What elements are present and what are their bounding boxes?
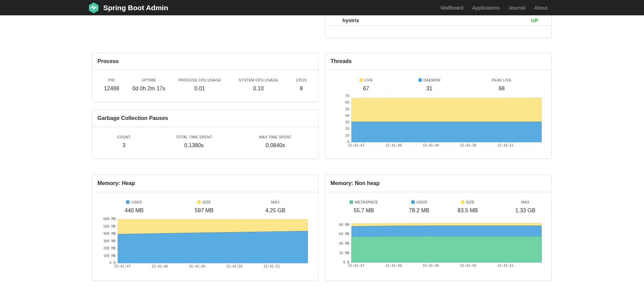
metric-label: TOTAL TIME SPENT — [156, 135, 232, 139]
metric-label: PID — [92, 78, 131, 82]
metric-uptime: UPTIME 0d 0h 2m 17s — [131, 78, 167, 92]
application-name[interactable]: hystrix — [342, 17, 359, 23]
heap-legend: USED 440 MB SIZE 597 MB MAX 4.25 GB — [92, 192, 318, 214]
y-axis-label: 500 MB — [103, 225, 116, 228]
application-row[interactable]: hystrix UP — [325, 15, 551, 26]
x-axis-label: 15:41:51 — [497, 264, 513, 268]
x-axis-label: 15:41:47 — [348, 264, 364, 268]
y-axis-label: 60 — [345, 101, 349, 104]
metric-value: 3 — [92, 142, 156, 149]
legend-item-live: LIVE 67 — [325, 78, 407, 92]
process-panel-title: Process — [97, 58, 119, 64]
legend-swatch — [418, 78, 422, 82]
legend-label: PEAK LIVE — [492, 78, 511, 82]
legend-swatch — [461, 200, 464, 204]
nav-link-journal[interactable]: Journal — [504, 5, 530, 11]
nav-link-wallboard[interactable]: Wallboard — [436, 5, 468, 11]
legend-label: METASPACE — [355, 200, 378, 204]
y-axis-label: 40 MB — [339, 242, 349, 245]
legend-item-max: MAX 1.33 GB — [499, 200, 551, 214]
legend-label: DAEMON — [424, 78, 440, 82]
legend-swatch — [126, 200, 129, 204]
y-axis-label: 400 MB — [103, 232, 116, 235]
legend-value: 78.2 MB — [402, 208, 436, 214]
y-axis-label: 70 — [345, 94, 349, 98]
metric-label: CPUS — [285, 78, 318, 82]
y-axis-label: 0 B — [343, 260, 349, 264]
nav-link-about[interactable]: About — [530, 5, 552, 11]
legend-value: 440 MB — [92, 208, 176, 214]
metric-gc-total-time: TOTAL TIME SPENT 0.1380s — [156, 135, 232, 149]
y-axis-label: 100 MB — [103, 254, 116, 258]
legend-item-daemon: DAEMON 31 — [407, 78, 452, 92]
area-series-daemon — [352, 122, 541, 142]
y-axis-label: 300 MB — [103, 239, 116, 243]
threads-panel-title: Threads — [331, 58, 352, 64]
nonheap-legend: METASPACE 55.7 MB USED 78.2 MB SIZE 83.5… — [325, 192, 551, 214]
metric-value: 0.10 — [232, 86, 284, 92]
x-axis-label: 15:41:50 — [460, 143, 476, 147]
threads-legend: LIVE 67 DAEMON 31 PEAK LIVE 68 — [325, 70, 551, 92]
legend-label: MAX — [271, 200, 279, 204]
metric-label: SYSTEM CPU USAGE — [232, 78, 284, 82]
nav-link-applications[interactable]: Applications — [468, 5, 504, 11]
y-axis-label: 600 MB — [103, 217, 116, 221]
metric-label: COUNT — [92, 135, 156, 139]
area-series-used — [352, 226, 541, 262]
navbar: Spring Boot Admin Wallboard Applications… — [0, 0, 644, 15]
brand[interactable]: Spring Boot Admin — [88, 2, 168, 14]
metric-pid: PID 12488 — [92, 78, 131, 92]
legend-label: MAX — [521, 200, 529, 204]
y-axis-label: 60 MB — [339, 232, 349, 236]
metric-value: 8 — [285, 86, 318, 92]
x-axis-label: 15:41:48 — [152, 264, 168, 268]
status-badge: UP — [531, 17, 538, 23]
nonheap-panel-heading: Memory: Non heap — [325, 175, 551, 192]
y-axis-label: 0 — [347, 140, 349, 144]
legend-label: SIZE — [202, 200, 211, 204]
gc-panel-title: Garbage Collection Pauses — [97, 115, 168, 121]
y-axis-label: 20 — [345, 127, 349, 131]
gc-panel: Garbage Collection Pauses COUNT 3 TOTAL … — [92, 109, 319, 159]
legend-value: 597 MB — [176, 208, 232, 214]
nonheap-panel: Memory: Non heap METASPACE 55.7 MB USED … — [325, 174, 552, 281]
brand-title: Spring Boot Admin — [103, 4, 168, 12]
threads-panel: Threads LIVE 67 DAEMON 31 PEAK LIVE — [325, 52, 552, 159]
process-metrics: PID 12488 UPTIME 0d 0h 2m 17s PROCESS CP… — [92, 70, 318, 92]
x-axis-label: 15:41:50 — [226, 264, 243, 268]
process-panel-heading: Process — [92, 53, 318, 70]
x-axis-label: 15:41:48 — [385, 264, 402, 268]
metric-label: PROCESS CPU USAGE — [167, 78, 232, 82]
spring-boot-admin-logo-icon — [88, 2, 99, 14]
gc-metrics: COUNT 3 TOTAL TIME SPENT 0.1380s MAX TIM… — [92, 127, 318, 149]
x-axis-label: 15:41:48 — [385, 143, 402, 147]
legend-swatch — [350, 200, 353, 204]
legend-value: 4.25 GB — [232, 208, 318, 214]
gc-panel-heading: Garbage Collection Pauses — [92, 110, 318, 127]
metric-cpus: CPUS 8 — [285, 78, 318, 92]
threads-panel-heading: Threads — [325, 53, 551, 70]
y-axis-label: 200 MB — [103, 246, 116, 250]
legend-item-size: SIZE 597 MB — [176, 200, 232, 214]
heap-panel-heading: Memory: Heap — [92, 175, 318, 192]
legend-item-used: USED 78.2 MB — [402, 200, 436, 214]
area-series-size — [118, 219, 308, 263]
area-series-live — [352, 98, 541, 142]
metric-gc-count: COUNT 3 — [92, 135, 156, 149]
x-axis-label: 15:41:49 — [189, 264, 205, 268]
area-series-metaspace — [352, 236, 541, 262]
legend-label: SIZE — [466, 200, 475, 204]
process-panel: Process PID 12488 UPTIME 0d 0h 2m 17s PR… — [92, 52, 319, 102]
legend-item-max: MAX 4.25 GB — [232, 200, 318, 214]
metric-process-cpu-usage: PROCESS CPU USAGE 0.01 — [167, 78, 232, 92]
x-axis-label: 15:41:49 — [423, 264, 439, 268]
x-axis-label: 15:41:47 — [114, 264, 131, 268]
legend-swatch — [197, 200, 201, 204]
y-axis-label: 80 MB — [339, 223, 349, 227]
y-axis-label: 30 — [345, 120, 349, 124]
y-axis-label: 0 B — [109, 261, 116, 265]
legend-label: USED — [131, 200, 142, 204]
x-axis-label: 15:41:50 — [460, 264, 476, 268]
legend-value: 83.5 MB — [436, 208, 500, 214]
application-status-panel: hystrix UP — [325, 15, 552, 38]
